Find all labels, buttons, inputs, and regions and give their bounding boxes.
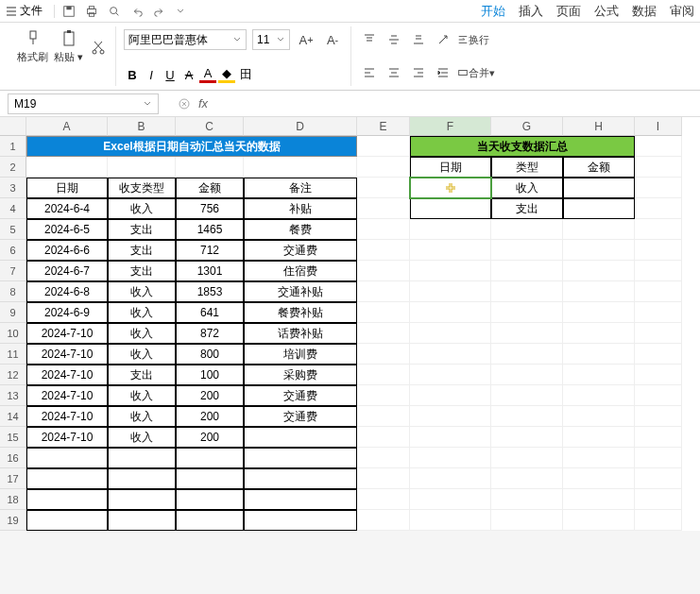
cell[interactable]: [491, 427, 563, 448]
cell[interactable]: [26, 489, 108, 510]
row-header[interactable]: 8: [0, 281, 26, 302]
cell[interactable]: 1465: [176, 219, 244, 240]
cell[interactable]: [357, 157, 410, 178]
bold-button[interactable]: B: [124, 68, 141, 82]
tab-审阅[interactable]: 审阅: [670, 3, 694, 20]
cell[interactable]: [176, 448, 244, 468]
cell[interactable]: [176, 489, 244, 510]
cell[interactable]: [357, 178, 410, 198]
cell[interactable]: [491, 385, 563, 406]
row-header[interactable]: 4: [0, 198, 26, 219]
tab-公式[interactable]: 公式: [594, 3, 619, 20]
redo-icon[interactable]: [153, 5, 166, 18]
cell[interactable]: [635, 344, 682, 365]
cell[interactable]: [635, 302, 682, 323]
align-center-button[interactable]: [384, 62, 404, 83]
row-header[interactable]: 2: [0, 157, 26, 178]
cell[interactable]: [491, 406, 563, 427]
cell[interactable]: 2024-6-7: [26, 261, 108, 281]
cell[interactable]: [357, 219, 410, 240]
cell[interactable]: [563, 468, 635, 489]
cell[interactable]: 采购费: [244, 365, 357, 385]
right-title[interactable]: 当天收支数据汇总: [410, 136, 635, 157]
cell[interactable]: 收入: [108, 344, 176, 365]
align-top-button[interactable]: [359, 29, 380, 50]
cell[interactable]: 200: [176, 385, 244, 406]
merge-button[interactable]: 合并 ▾: [457, 62, 495, 83]
col-header-G[interactable]: G: [491, 117, 563, 136]
row-header[interactable]: 5: [0, 219, 26, 240]
cell[interactable]: [563, 406, 635, 427]
row-header[interactable]: 13: [0, 385, 26, 406]
cell[interactable]: [491, 219, 563, 240]
cancel-icon[interactable]: [178, 97, 191, 110]
cell[interactable]: [357, 365, 410, 385]
cell[interactable]: [357, 344, 410, 365]
cell[interactable]: 641: [176, 302, 244, 323]
align-middle-button[interactable]: [384, 29, 404, 50]
undo-icon[interactable]: [130, 5, 144, 18]
align-left-button[interactable]: [359, 62, 380, 83]
row-header[interactable]: 15: [0, 427, 26, 448]
cell[interactable]: [635, 489, 682, 510]
row-header[interactable]: 10: [0, 323, 26, 344]
cell[interactable]: [410, 448, 491, 468]
cell[interactable]: [563, 302, 635, 323]
border-button[interactable]: 田: [237, 66, 254, 83]
cell[interactable]: 收入: [108, 302, 176, 323]
cell[interactable]: [563, 323, 635, 344]
align-bottom-button[interactable]: [408, 29, 429, 50]
cell[interactable]: [491, 281, 563, 302]
col-header-C[interactable]: C: [176, 117, 244, 136]
cell[interactable]: [410, 385, 491, 406]
cell[interactable]: [26, 157, 108, 178]
cell[interactable]: [635, 365, 682, 385]
cell[interactable]: [357, 136, 410, 157]
cell[interactable]: 收入: [491, 178, 563, 198]
cell[interactable]: 日期: [410, 157, 491, 178]
cell[interactable]: 872: [176, 323, 244, 344]
row-header[interactable]: 18: [0, 489, 26, 510]
cell[interactable]: [357, 240, 410, 261]
cell[interactable]: 餐费补贴: [244, 302, 357, 323]
fx-label[interactable]: fx: [198, 96, 208, 110]
cell[interactable]: [563, 489, 635, 510]
cell[interactable]: 2024-6-5: [26, 219, 108, 240]
cell[interactable]: [491, 240, 563, 261]
underline-button[interactable]: U: [162, 68, 179, 82]
cell[interactable]: 收入: [108, 406, 176, 427]
cell[interactable]: [357, 385, 410, 406]
cell[interactable]: 2024-7-10: [26, 323, 108, 344]
cell[interactable]: 2024-6-9: [26, 302, 108, 323]
cell[interactable]: [244, 510, 357, 531]
cell[interactable]: [410, 198, 491, 219]
cell[interactable]: [563, 344, 635, 365]
cell[interactable]: 800: [176, 344, 244, 365]
cell[interactable]: 2024-7-10: [26, 385, 108, 406]
cell[interactable]: [357, 489, 410, 510]
row-header[interactable]: 19: [0, 510, 26, 531]
cell[interactable]: [491, 302, 563, 323]
col-header-F[interactable]: F: [410, 117, 491, 136]
cell[interactable]: 收入: [108, 281, 176, 302]
row-header[interactable]: 16: [0, 448, 26, 468]
cell[interactable]: 支出: [108, 261, 176, 281]
cell[interactable]: [635, 157, 682, 178]
cell[interactable]: 支出: [491, 198, 563, 219]
cell[interactable]: [635, 427, 682, 448]
cell[interactable]: [563, 178, 635, 198]
cell[interactable]: [410, 427, 491, 448]
col-header-A[interactable]: A: [26, 117, 108, 136]
cell[interactable]: [357, 448, 410, 468]
select-all-corner[interactable]: [0, 117, 26, 136]
col-header-H[interactable]: H: [563, 117, 635, 136]
tab-数据[interactable]: 数据: [632, 3, 657, 20]
cell[interactable]: 话费补贴: [244, 323, 357, 344]
cell[interactable]: [491, 468, 563, 489]
cell[interactable]: [108, 157, 176, 178]
cell[interactable]: 补贴: [244, 198, 357, 219]
qat-dropdown-icon[interactable]: [176, 7, 185, 16]
decrease-font-button[interactable]: A-: [322, 29, 343, 50]
paste-button[interactable]: 粘贴 ▾: [54, 29, 83, 64]
cell[interactable]: [410, 468, 491, 489]
